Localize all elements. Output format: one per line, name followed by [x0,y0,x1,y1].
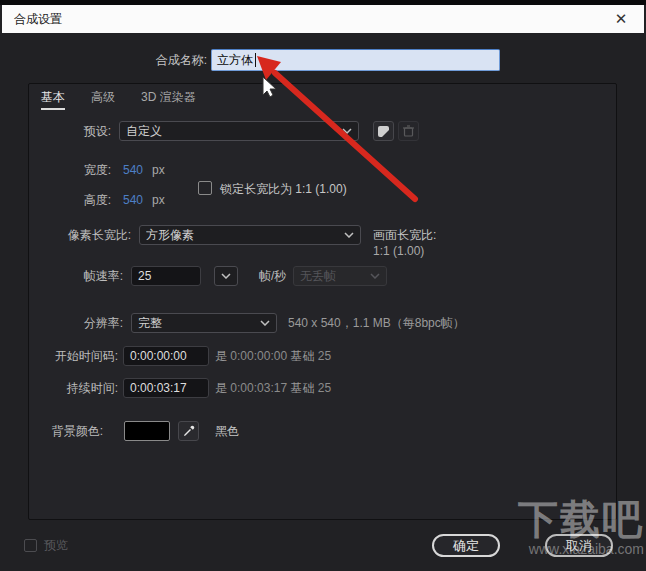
tab-3d-renderer[interactable]: 3D 渲染器 [141,90,196,110]
composition-name-row: 合成名称: 立方体 [0,49,646,71]
is-label: 是 [215,349,227,363]
frame-rate-value: 25 [138,269,151,283]
frame-rate-dropdown-button[interactable] [214,266,238,286]
pixel-aspect-row: 像素长宽比: 方形像素 画面长宽比: 1:1 (1.00) [29,225,618,245]
cancel-button-label: 取消 [566,537,592,555]
drop-frame-dropdown: 无丢帧 [293,266,387,286]
start-timecode-label: 开始时间码: [29,346,118,366]
frame-rate-label: 帧速率: [29,266,123,286]
save-preset-button[interactable] [373,121,394,141]
pixel-aspect-value: 方形像素 [146,227,344,244]
height-unit: px [152,190,165,210]
dialog-title: 合成设置 [14,11,62,28]
height-label: 高度: [29,190,111,210]
preset-dropdown[interactable]: 自定义 [119,121,359,141]
height-row: 高度: 540 px [29,190,429,210]
base-label: 基础 [290,349,314,363]
frame-rate-row: 帧速率: 25 帧/秒 无丢帧 [29,266,618,286]
duration-label: 持续时间: [29,378,118,398]
start-timecode-row: 开始时间码: 0:00:00:00 是 0:00:00:00 基础 25 [29,346,618,366]
eyedropper-button[interactable] [178,421,199,441]
pixel-aspect-dropdown[interactable]: 方形像素 [139,225,361,245]
settings-panel: 基本 高级 3D 渲染器 预设: 自定义 [28,83,617,520]
resolution-value: 完整 [138,315,260,332]
new-preset-icon [377,125,390,138]
frame-aspect-value: 1:1 (1.00) [373,241,424,261]
chevron-down-icon [342,128,352,134]
background-color-row: 背景颜色: 黑色 [29,421,618,441]
preset-label: 预设: [29,121,111,141]
base-value: 25 [318,381,331,395]
preset-row: 预设: 自定义 [29,121,618,141]
ok-button-label: 确定 [453,537,479,555]
ok-button[interactable]: 确定 [432,534,500,557]
resolution-info: 540 x 540，1.1 MB（每8bpc帧） [288,313,465,333]
start-timecode-info: 是 0:00:00:00 基础 25 [215,346,331,366]
preset-value: 自定义 [126,123,342,140]
composition-name-value: 立方体 [217,52,253,69]
height-value[interactable]: 540 [123,190,143,210]
preview-label: 预览 [44,537,68,554]
text-caret [255,53,256,67]
base-label: 基础 [290,381,314,395]
is-value: 0:00:00:00 [230,349,287,363]
dialog-titlebar: 合成设置 ✕ [2,5,644,33]
is-label: 是 [215,381,227,395]
preview-row: 预览 [24,537,68,554]
pixel-aspect-label: 像素长宽比: [29,225,131,245]
duration-row: 持续时间: 0:00:03:17 是 0:00:03:17 基础 25 [29,378,618,398]
duration-info: 是 0:00:03:17 基础 25 [215,378,331,398]
duration-input[interactable]: 0:00:03:17 [123,378,209,398]
start-timecode-value: 0:00:00:00 [130,349,187,363]
composition-settings-dialog: 合成设置 ✕ 合成名称: 立方体 基本 高级 3D 渲染器 预设: 自定义 [0,0,646,571]
background-color-name: 黑色 [215,421,239,441]
chevron-down-icon [370,273,380,279]
duration-value: 0:00:03:17 [130,381,187,395]
start-timecode-input[interactable]: 0:00:00:00 [123,346,209,366]
background-color-label: 背景颜色: [29,421,103,441]
cancel-button[interactable]: 取消 [545,534,613,557]
eyedropper-icon [183,425,195,437]
resolution-row: 分辨率: 完整 540 x 540，1.1 MB（每8bpc帧） [29,313,618,333]
chevron-down-icon [221,273,231,279]
base-value: 25 [318,349,331,363]
tab-advanced[interactable]: 高级 [91,90,115,110]
width-unit: px [152,160,165,180]
preview-checkbox [24,539,37,552]
width-label: 宽度: [29,160,111,180]
background-color-swatch[interactable] [124,421,170,441]
composition-name-label: 合成名称: [80,49,207,71]
composition-name-input[interactable]: 立方体 [211,49,500,71]
chevron-down-icon [260,320,270,326]
width-row: 宽度: 540 px [29,160,429,180]
delete-preset-button [398,121,419,141]
frame-rate-unit: 帧/秒 [259,266,286,286]
frame-rate-input[interactable]: 25 [131,266,201,286]
is-value: 0:00:03:17 [230,381,287,395]
resolution-label: 分辨率: [29,313,123,333]
tab-bar: 基本 高级 3D 渲染器 [41,90,196,110]
width-value[interactable]: 540 [123,160,143,180]
trash-icon [403,125,414,137]
tab-basic[interactable]: 基本 [41,90,65,110]
resolution-dropdown[interactable]: 完整 [131,313,277,333]
chevron-down-icon [344,232,354,238]
close-icon[interactable]: ✕ [604,5,638,33]
drop-frame-value: 无丢帧 [300,268,370,285]
